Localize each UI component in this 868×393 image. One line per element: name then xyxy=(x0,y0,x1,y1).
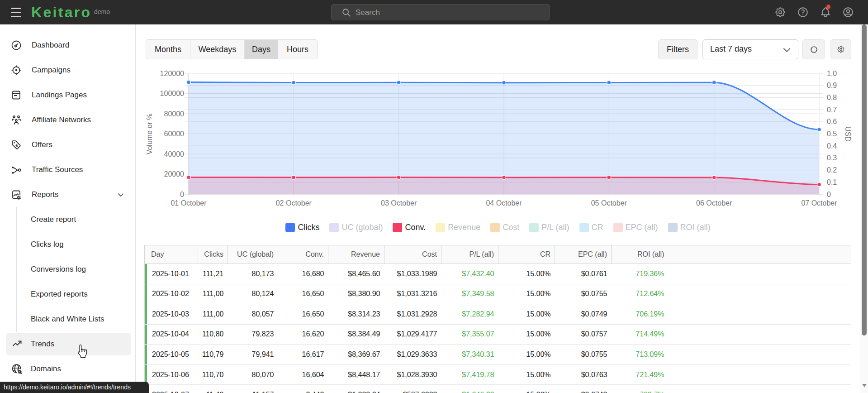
svg-text:USD: USD xyxy=(844,126,852,142)
svg-text:02 October: 02 October xyxy=(276,199,312,207)
svg-text:80000: 80000 xyxy=(164,110,185,118)
svg-text:0.7: 0.7 xyxy=(827,106,837,114)
svg-text:0: 0 xyxy=(180,191,184,198)
svg-text:0.2: 0.2 xyxy=(827,166,837,174)
svg-text:05 October: 05 October xyxy=(591,199,627,207)
svg-text:0.8: 0.8 xyxy=(827,94,837,101)
svg-text:03 October: 03 October xyxy=(381,199,417,207)
svg-text:1.0: 1.0 xyxy=(827,70,837,77)
svg-text:0.3: 0.3 xyxy=(827,154,837,162)
svg-text:100000: 100000 xyxy=(160,90,184,97)
svg-text:0.1: 0.1 xyxy=(827,178,837,186)
svg-text:120000: 120000 xyxy=(160,70,184,77)
svg-text:0.6: 0.6 xyxy=(827,118,837,125)
svg-text:20000: 20000 xyxy=(164,170,185,178)
svg-text:60000: 60000 xyxy=(164,130,185,138)
svg-text:0.5: 0.5 xyxy=(827,130,837,138)
svg-text:0.9: 0.9 xyxy=(827,81,837,89)
svg-text:06 October: 06 October xyxy=(696,199,732,207)
svg-text:0: 0 xyxy=(827,191,831,198)
svg-text:07 October: 07 October xyxy=(801,199,837,207)
svg-text:0.4: 0.4 xyxy=(827,142,837,150)
svg-text:01 October: 01 October xyxy=(171,199,207,207)
svg-text:40000: 40000 xyxy=(164,150,185,158)
svg-text:04 October: 04 October xyxy=(486,199,522,207)
svg-text:Volume or %: Volume or % xyxy=(146,114,153,155)
